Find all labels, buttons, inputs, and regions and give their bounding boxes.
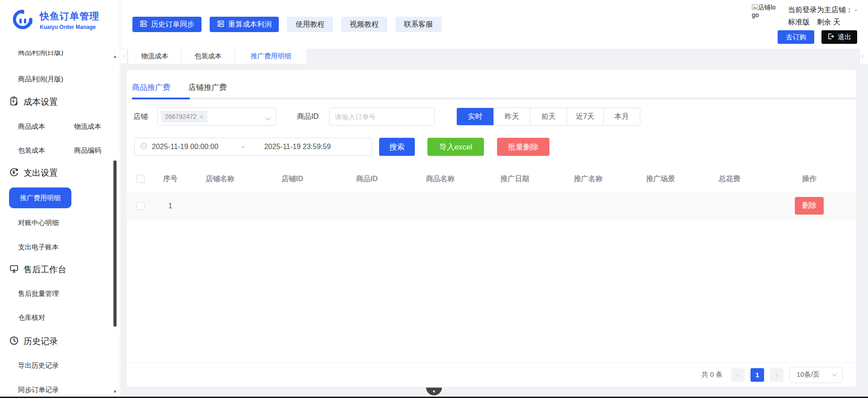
monitor-icon — [9, 264, 19, 276]
select-all-checkbox[interactable] — [136, 175, 145, 183]
date-start-value[interactable]: 2025-11-19 00:00:00 — [152, 143, 218, 151]
sidebar-item-expense-ledger[interactable]: 支出电子账本 — [0, 242, 120, 253]
page-size-value: 10条/页 — [797, 370, 820, 379]
recalc-profit-button[interactable]: 重算成本利润 — [210, 17, 279, 32]
app-subtitle: Kuaiyu Order Manage — [40, 24, 99, 30]
page-size-select[interactable]: 10条/页 — [789, 367, 843, 383]
sidebar-item-promo-detail[interactable]: 推广费用明细 — [9, 187, 71, 208]
table-header: 序号 店铺名称 店铺ID 商品ID 商品名称 推广日期 推广名称 推广场景 总花… — [127, 169, 856, 189]
sidebar-item-warehouse-check[interactable]: 仓库核对 — [0, 312, 120, 323]
sync-orders-button[interactable]: 历史订单同步 — [132, 17, 202, 32]
sidebar-section-cost[interactable]: ¥ 成本设置 — [0, 96, 120, 108]
sidebar-item-packing-cost[interactable]: 包装成本 — [18, 145, 45, 156]
sidebar-section-label: 支出设置 — [23, 167, 58, 179]
server-icon — [217, 20, 225, 29]
search-button[interactable]: 搜索 — [379, 138, 415, 156]
server-icon — [140, 20, 147, 29]
chevron-down-icon — [832, 373, 837, 377]
shop-select[interactable]: 266792472 × — [157, 108, 276, 126]
time-range-group: 实时 昨天 前天 近7天 本月 — [456, 108, 640, 126]
pagination-page-1[interactable]: 1 — [751, 368, 764, 382]
sidebar-item-profit-monthly[interactable]: 商品利润(月版) — [0, 74, 120, 84]
time-button-realtime[interactable]: 实时 — [457, 108, 493, 125]
main-card: 商品推广费 店铺推广费 店铺 266792472 × 商品ID 实时 昨天 — [127, 70, 856, 387]
sidebar-scrollbar[interactable] — [113, 160, 117, 327]
tutorial-button[interactable]: 使用教程 — [287, 17, 333, 32]
sidebar-item-goods-cost[interactable]: 商品成本 — [18, 121, 45, 132]
clock-icon — [140, 142, 147, 151]
column-header: 店铺名称 — [186, 174, 254, 184]
product-id-filter-label: 商品ID — [297, 108, 319, 126]
tab-promo-detail[interactable]: 推广费用明细 — [235, 49, 307, 64]
column-header: 推广场景 — [624, 174, 697, 184]
plan-line: 标准版 剩余 天 — [788, 16, 857, 28]
yen-circle-icon: ¥ — [9, 167, 19, 179]
tab-strip: 〈 物流成本 包装成本 推广费用明细 〉 — [118, 49, 868, 64]
account-area: 店铺logo 当前登录为主店铺：- 标准版 剩余 天 去订购 退出 — [752, 4, 857, 44]
date-separator: - — [242, 143, 244, 151]
contact-support-button[interactable]: 联系客服 — [395, 17, 441, 32]
import-excel-button[interactable]: 导入excel — [427, 138, 484, 156]
button-label: 历史订单同步 — [151, 20, 194, 29]
chevron-down-icon — [265, 114, 271, 122]
row-delete-button[interactable]: 删除 — [795, 197, 824, 215]
batch-delete-button[interactable]: 批量删除 — [497, 138, 549, 156]
login-status-line: 当前登录为主店铺：- — [788, 4, 857, 16]
tab-scroll-right-icon[interactable]: 〉 — [859, 49, 868, 64]
product-id-input[interactable] — [329, 108, 435, 126]
sidebar-section-history[interactable]: 历史记录 — [0, 335, 120, 348]
order-button[interactable]: 去订购 — [778, 30, 814, 44]
svg-text:¥: ¥ — [12, 99, 14, 103]
content-area: 商品推广费 店铺推广费 店铺 266792472 × 商品ID 实时 昨天 — [121, 64, 868, 397]
clock-icon — [9, 336, 19, 348]
pagination: 共 0 条 ‹ 1 › 10条/页 — [127, 362, 856, 387]
logout-icon — [827, 33, 834, 41]
sidebar-item-export-history[interactable]: 导出历史记录 — [0, 360, 120, 371]
inner-tab-active-indicator — [132, 98, 190, 99]
tab-packing-cost[interactable]: 包装成本 — [182, 49, 235, 64]
time-button-thismonth[interactable]: 本月 — [603, 108, 640, 125]
pagination-total: 共 0 条 — [701, 370, 723, 379]
pagination-next-icon[interactable]: › — [770, 368, 784, 382]
button-label: 重算成本利润 — [228, 20, 272, 29]
sidebar-item-goods-code[interactable]: 商品编码 — [74, 145, 101, 156]
topbar: 历史订单同步 重算成本利润 使用教程 视频教程 联系客服 店铺lo — [121, 0, 868, 49]
date-range-picker[interactable]: 2025-11-19 00:00:00 - 2025-11-19 23:59:5… — [134, 138, 372, 156]
time-button-daybefore[interactable]: 前天 — [530, 108, 567, 125]
toolbar: 历史订单同步 重算成本利润 使用教程 视频教程 联系客服 — [132, 17, 441, 32]
column-header: 序号 — [155, 174, 186, 184]
inner-tab-track — [132, 98, 856, 99]
sidebar-item-sync-history[interactable]: 同步订单记录 — [0, 384, 120, 395]
shop-filter-label: 店铺 — [133, 108, 148, 126]
sidebar-item-logistics-cost[interactable]: 物流成本 — [74, 121, 101, 132]
svg-text:¥: ¥ — [13, 169, 16, 175]
logout-button[interactable]: 退出 — [821, 30, 857, 44]
pagination-prev-icon[interactable]: ‹ — [731, 368, 745, 382]
date-end-value[interactable]: 2025-11-19 23:59:59 — [264, 143, 331, 151]
column-header: 总花费 — [697, 174, 762, 184]
time-button-last7days[interactable]: 近7天 — [567, 108, 603, 125]
shop-logo-broken-image[interactable]: 店铺logo — [752, 4, 776, 19]
button-label: 退出 — [838, 33, 851, 42]
column-header: 推广名称 — [552, 174, 624, 184]
inner-tab-product-promo[interactable]: 商品推广费 — [132, 82, 170, 93]
sidebar-section-expense[interactable]: ¥ 支出设置 — [0, 167, 120, 179]
shop-tag-value: 266792472 — [165, 113, 197, 120]
row-index: 1 — [155, 202, 186, 210]
tab-logistics-cost[interactable]: 物流成本 — [128, 49, 182, 64]
sidebar-section-label: 成本设置 — [23, 96, 58, 108]
sidebar-section-aftersale[interactable]: 售后工作台 — [0, 263, 120, 276]
sidebar-item-aftersale-batch[interactable]: 售后批量管理 — [0, 288, 120, 299]
sidebar-item-reconcile-detail[interactable]: 对账中心明细 — [0, 217, 120, 228]
column-header: 推广日期 — [478, 174, 552, 184]
video-tutorial-button[interactable]: 视频教程 — [341, 17, 387, 32]
inner-tab-shop-promo[interactable]: 店铺推广费 — [188, 82, 227, 93]
sidebar-scroll-up-icon[interactable]: ▲ — [113, 54, 117, 59]
column-header: 商品名称 — [403, 174, 478, 184]
time-button-yesterday[interactable]: 昨天 — [493, 108, 530, 125]
tag-close-icon[interactable]: × — [200, 113, 203, 120]
sidebar-scroll-down-icon[interactable]: ▼ — [113, 389, 117, 394]
login-shop-value: - — [855, 6, 857, 14]
row-checkbox[interactable] — [136, 202, 145, 210]
collapse-panel-handle[interactable]: ▼ — [426, 388, 442, 395]
